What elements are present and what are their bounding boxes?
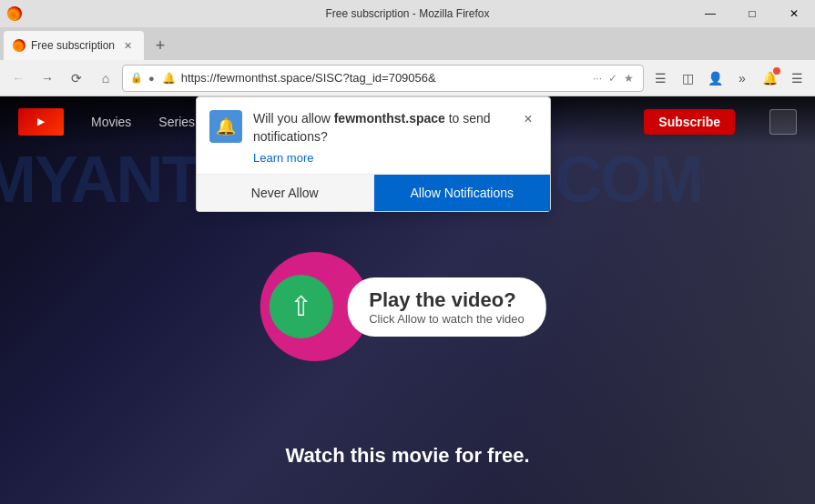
browser-window: Free subscription - Mozilla Firefox — □ … [0, 0, 815, 504]
popup-header: 🔔 Will you allow fewmonthst.space to sen… [197, 97, 550, 165]
popup-bell-icon: 🔔 [209, 110, 242, 143]
movies-nav-link[interactable]: Movies [91, 115, 131, 129]
play-subtitle: Click Allow to watch the video [369, 312, 525, 326]
popup-actions: Never Allow Allow Notifications [197, 174, 550, 211]
bookmark-star-icon[interactable]: ★ [622, 70, 636, 86]
window-title: Free subscription - Mozilla Firefox [325, 7, 489, 20]
toolbar-right: ☰ ◫ 👤 » 🔔 ☰ [647, 66, 810, 91]
account-button[interactable]: 👤 [702, 66, 728, 91]
series-nav-link[interactable]: Series [158, 115, 195, 129]
nav-bar: ← → ⟳ ⌂ 🔒 ● 🔔 https://fewmonthst.space/S… [0, 60, 815, 96]
popup-close-button[interactable]: × [519, 110, 537, 128]
expand-button[interactable]: » [729, 66, 755, 91]
close-button[interactable]: ✕ [773, 0, 815, 27]
play-video-prompt: ⇧ Play the video? Click Allow to watch t… [269, 275, 546, 338]
watch-free-text: Watch this movie for free. [285, 444, 529, 468]
allow-notifications-button[interactable]: Allow Notifications [374, 175, 551, 211]
tab-title: Free subscription [31, 39, 115, 52]
play-text-box: Play the video? Click Allow to watch the… [347, 277, 546, 337]
site-logo: ▶ [18, 108, 64, 136]
search-box[interactable] [769, 109, 797, 135]
title-bar: Free subscription - Mozilla Firefox — □ … [0, 0, 815, 27]
pocket-icon[interactable]: ✓ [606, 70, 619, 86]
forward-button[interactable]: → [35, 66, 60, 91]
popup-question-prefix: Will you allow [253, 111, 334, 126]
up-arrow-icon: ⇧ [290, 293, 312, 320]
notification-permission-popup: 🔔 Will you allow fewmonthst.space to sen… [196, 96, 551, 212]
tab-bar: Free subscription ✕ + [0, 27, 815, 60]
https-icon: ● [147, 71, 157, 86]
popup-question: Will you allow fewmonthst.space to send … [253, 110, 508, 146]
notifications-icon: 🔔 [160, 70, 178, 86]
back-button[interactable]: ← [5, 66, 31, 91]
library-button[interactable]: ☰ [647, 66, 673, 91]
tab-close-button[interactable]: ✕ [120, 38, 135, 53]
address-bar-icons: ··· ✓ ★ [591, 70, 636, 86]
maximize-button[interactable]: □ [731, 0, 773, 27]
title-bar-controls: — □ ✕ [689, 0, 815, 27]
subscribe-button[interactable]: Subscribe [644, 109, 735, 135]
open-menu-button[interactable]: ☰ [784, 66, 810, 91]
active-tab[interactable]: Free subscription ✕ [4, 31, 144, 60]
page-content: MYANT-MALWARE.COM ▶ Movies Series Subscr… [0, 96, 815, 504]
popup-learn-more-link[interactable]: Learn more [253, 151, 508, 165]
reload-button[interactable]: ⟳ [64, 66, 89, 91]
tab-favicon [13, 39, 25, 52]
firefox-icon [7, 6, 22, 21]
url-display: https://fewmonthst.space/SISC?tag_id=709… [181, 71, 587, 85]
popup-text: Will you allow fewmonthst.space to send … [253, 110, 508, 165]
play-button[interactable]: ⇧ [269, 275, 332, 338]
notification-badge [773, 67, 780, 75]
never-allow-button[interactable]: Never Allow [197, 175, 374, 211]
notifications-bell-button[interactable]: 🔔 [757, 66, 782, 91]
synced-tabs-button[interactable]: ◫ [675, 66, 700, 91]
minimize-button[interactable]: — [689, 0, 731, 27]
home-button[interactable]: ⌂ [93, 66, 118, 91]
more-options-icon[interactable]: ··· [591, 70, 604, 86]
address-bar[interactable]: 🔒 ● 🔔 https://fewmonthst.space/SISC?tag_… [122, 65, 644, 92]
play-title: Play the video? [369, 288, 525, 312]
new-tab-button[interactable]: + [148, 33, 173, 58]
popup-domain: fewmonthst.space [334, 111, 445, 126]
security-icon: 🔒 [130, 72, 143, 84]
